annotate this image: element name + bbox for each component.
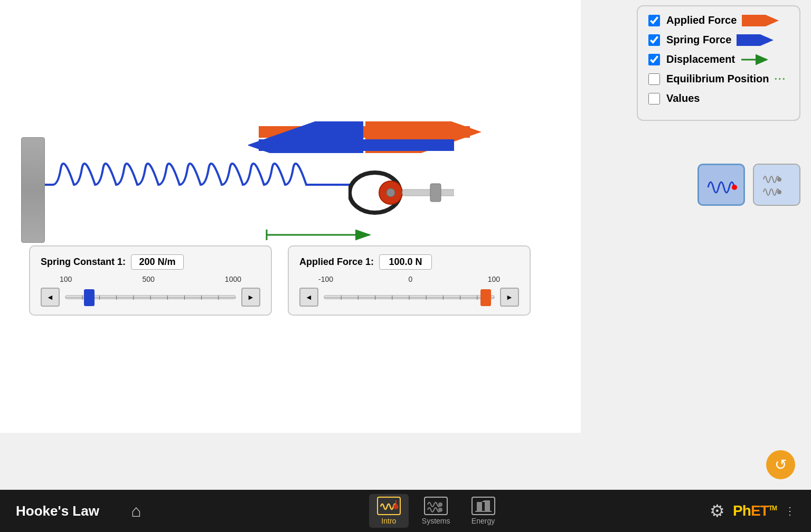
tab-intro[interactable]: Intro <box>369 494 409 528</box>
displacement-checkbox[interactable] <box>648 54 660 65</box>
svg-point-43 <box>438 502 442 507</box>
spring-constant-labels: 100 500 1000 <box>41 275 260 283</box>
spring-force-legend: Spring Force <box>648 34 789 46</box>
legend-panel: Applied Force Spring Force Displacement <box>637 5 800 121</box>
applied-force-header: Applied Force 1: 100.0 N <box>299 254 519 270</box>
applied-force-legend: Applied Force <box>648 14 789 26</box>
tab-systems-icon <box>424 497 448 515</box>
svg-rect-7 <box>402 189 454 196</box>
spring-constant-track[interactable] <box>65 295 236 299</box>
applied-force-panel: Applied Force 1: 100.0 N -100 0 100 ◄ <box>288 245 531 316</box>
spring-handle[interactable] <box>348 158 454 227</box>
spring-svg <box>45 148 351 222</box>
applied-force-ctrl-label: Applied Force 1: <box>299 256 374 268</box>
tab-energy[interactable]: Energy <box>464 494 503 528</box>
spring-constant-header: Spring Constant 1: 200 N/m <box>41 254 260 270</box>
spring-constant-increment-btn[interactable]: ► <box>241 288 260 307</box>
equilibrium-label: Equilibrium Position <box>666 73 769 85</box>
phet-logo: PhETTM <box>733 502 777 519</box>
applied-force-labels: -100 0 100 <box>299 275 519 283</box>
equilibrium-legend: Equilibrium Position ··· <box>648 73 789 85</box>
reset-icon: ↺ <box>775 456 787 473</box>
reset-button[interactable]: ↺ <box>766 450 795 479</box>
svg-rect-8 <box>430 184 441 202</box>
spring-force-label: Spring Force <box>666 34 731 46</box>
spring-constant-decrement-btn[interactable]: ◄ <box>41 288 60 307</box>
svg-point-44 <box>438 508 442 512</box>
wall <box>21 137 45 243</box>
nav-tabs: Intro Systems <box>162 494 710 528</box>
applied-force-track[interactable] <box>324 295 495 299</box>
home-icon: ⌂ <box>131 501 141 520</box>
applied-force-checkbox[interactable] <box>648 15 660 26</box>
displacement-legend: Displacement <box>648 53 789 65</box>
applied-force-increment-btn[interactable]: ► <box>500 288 519 307</box>
bottom-right: ⚙ PhETTM ⋮ <box>710 501 795 521</box>
applied-force-slider-row: ◄ ► <box>299 288 519 307</box>
svg-point-6 <box>386 188 395 197</box>
tab-systems[interactable]: Systems <box>414 494 458 528</box>
applied-force-label: Applied Force <box>666 14 737 26</box>
controls: Spring Constant 1: 200 N/m 100 500 1000 … <box>29 245 531 316</box>
displacement-label: Displacement <box>666 53 735 65</box>
applied-force-min-label: -100 <box>318 275 333 283</box>
scene-buttons <box>697 164 800 206</box>
applied-force-max-label: 100 <box>488 275 500 283</box>
applied-force-value: 100.0 N <box>379 254 432 270</box>
app-title: Hooke's Law <box>16 503 99 519</box>
spring-container <box>21 106 549 243</box>
tab-systems-label: Systems <box>422 517 450 525</box>
home-button[interactable]: ⌂ <box>131 501 141 521</box>
displacement-arrow <box>264 227 380 243</box>
equilibrium-checkbox[interactable] <box>648 73 660 85</box>
svg-rect-46 <box>485 500 490 511</box>
svg-point-20 <box>777 190 781 194</box>
spring-force-checkbox[interactable] <box>648 34 660 46</box>
svg-rect-45 <box>477 502 482 511</box>
svg-point-18 <box>732 185 737 190</box>
more-options-icon[interactable]: ⋮ <box>785 505 795 517</box>
settings-icon[interactable]: ⚙ <box>710 501 725 521</box>
tab-energy-icon <box>471 497 495 515</box>
tab-energy-label: Energy <box>471 517 495 525</box>
bottom-bar: Hooke's Law ⌂ Intro <box>0 490 811 532</box>
applied-force-decrement-btn[interactable]: ◄ <box>299 288 318 307</box>
spring-constant-value: 200 N/m <box>131 254 184 270</box>
values-legend: Values <box>648 92 789 104</box>
spring-constant-max-label: 1000 <box>225 275 241 283</box>
values-label: Values <box>666 92 700 104</box>
applied-force-mid-label: 0 <box>408 275 412 283</box>
scene-double-spring-btn[interactable] <box>753 164 800 206</box>
svg-point-19 <box>777 177 781 182</box>
spring-constant-slider-row: ◄ ► <box>41 288 260 307</box>
spring-constant-thumb[interactable] <box>84 289 95 306</box>
spring-constant-mid-label: 500 <box>142 275 154 283</box>
tab-intro-icon <box>377 497 401 515</box>
svg-marker-48 <box>482 500 485 502</box>
spring-constant-label: Spring Constant 1: <box>41 256 126 268</box>
values-checkbox[interactable] <box>648 93 660 104</box>
tab-intro-label: Intro <box>381 517 396 525</box>
scene-single-spring-btn[interactable] <box>697 164 745 206</box>
spring-constant-panel: Spring Constant 1: 200 N/m 100 500 1000 … <box>29 245 272 316</box>
applied-force-thumb[interactable] <box>480 289 491 306</box>
spring-constant-min-label: 100 <box>60 275 72 283</box>
